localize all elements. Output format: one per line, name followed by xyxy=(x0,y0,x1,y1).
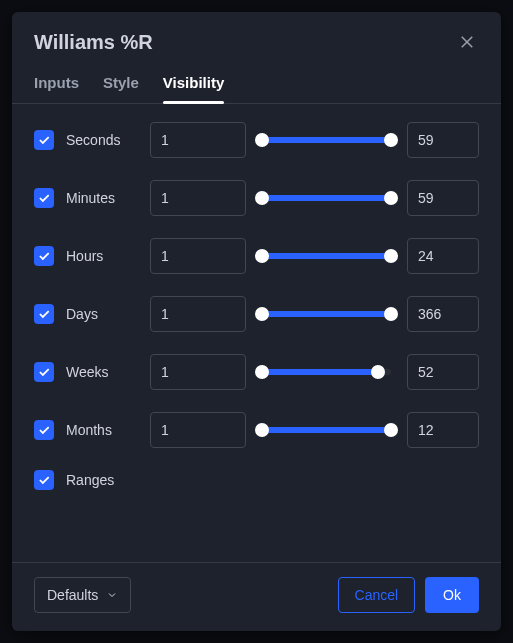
dialog-footer: Defaults Cancel Ok xyxy=(12,562,501,631)
defaults-label: Defaults xyxy=(47,587,98,603)
checkbox-days[interactable] xyxy=(34,304,54,324)
input-months-max[interactable] xyxy=(407,412,479,448)
input-minutes-max[interactable] xyxy=(407,180,479,216)
label-seconds: Seconds xyxy=(66,132,138,148)
input-hours-min[interactable] xyxy=(150,238,246,274)
input-seconds-max[interactable] xyxy=(407,122,479,158)
slider-handle-min[interactable] xyxy=(255,191,269,205)
slider-handle-max[interactable] xyxy=(384,191,398,205)
input-hours-max[interactable] xyxy=(407,238,479,274)
defaults-button[interactable]: Defaults xyxy=(34,577,131,613)
row-weeks: Weeks xyxy=(34,354,479,390)
slider-handle-min[interactable] xyxy=(255,307,269,321)
label-minutes: Minutes xyxy=(66,190,138,206)
row-seconds: Seconds xyxy=(34,122,479,158)
input-minutes-min[interactable] xyxy=(150,180,246,216)
check-icon xyxy=(37,365,51,379)
close-button[interactable] xyxy=(455,30,479,54)
chevron-down-icon xyxy=(106,589,118,601)
tab-visibility[interactable]: Visibility xyxy=(163,66,224,103)
slider-handle-min[interactable] xyxy=(255,365,269,379)
slider-handle-max[interactable] xyxy=(384,133,398,147)
cancel-button[interactable]: Cancel xyxy=(338,577,416,613)
row-hours: Hours xyxy=(34,238,479,274)
row-months: Months xyxy=(34,412,479,448)
dialog-title: Williams %R xyxy=(34,31,153,54)
indicator-settings-dialog: Williams %R Inputs Style Visibility Seco… xyxy=(12,12,501,631)
tab-inputs[interactable]: Inputs xyxy=(34,66,79,103)
close-icon xyxy=(458,33,476,51)
tabs: Inputs Style Visibility xyxy=(12,66,501,104)
slider-handle-min[interactable] xyxy=(255,133,269,147)
input-weeks-max[interactable] xyxy=(407,354,479,390)
label-weeks: Weeks xyxy=(66,364,138,380)
slider-seconds[interactable] xyxy=(258,122,395,158)
label-months: Months xyxy=(66,422,138,438)
slider-handle-max[interactable] xyxy=(371,365,385,379)
label-hours: Hours xyxy=(66,248,138,264)
slider-days[interactable] xyxy=(258,296,395,332)
checkbox-minutes[interactable] xyxy=(34,188,54,208)
check-icon xyxy=(37,307,51,321)
dialog-body: Seconds Minutes xyxy=(12,104,501,562)
check-icon xyxy=(37,249,51,263)
checkbox-months[interactable] xyxy=(34,420,54,440)
check-icon xyxy=(37,133,51,147)
checkbox-weeks[interactable] xyxy=(34,362,54,382)
slider-handle-min[interactable] xyxy=(255,249,269,263)
input-seconds-min[interactable] xyxy=(150,122,246,158)
slider-handle-min[interactable] xyxy=(255,423,269,437)
row-ranges: Ranges xyxy=(34,470,479,490)
input-days-min[interactable] xyxy=(150,296,246,332)
slider-hours[interactable] xyxy=(258,238,395,274)
check-icon xyxy=(37,191,51,205)
checkbox-seconds[interactable] xyxy=(34,130,54,150)
checkbox-hours[interactable] xyxy=(34,246,54,266)
slider-handle-max[interactable] xyxy=(384,423,398,437)
slider-weeks[interactable] xyxy=(258,354,395,390)
check-icon xyxy=(37,423,51,437)
input-months-min[interactable] xyxy=(150,412,246,448)
row-minutes: Minutes xyxy=(34,180,479,216)
slider-months[interactable] xyxy=(258,412,395,448)
check-icon xyxy=(37,473,51,487)
slider-minutes[interactable] xyxy=(258,180,395,216)
label-ranges: Ranges xyxy=(66,472,138,488)
input-weeks-min[interactable] xyxy=(150,354,246,390)
label-days: Days xyxy=(66,306,138,322)
checkbox-ranges[interactable] xyxy=(34,470,54,490)
slider-handle-max[interactable] xyxy=(384,249,398,263)
row-days: Days xyxy=(34,296,479,332)
slider-handle-max[interactable] xyxy=(384,307,398,321)
ok-button[interactable]: Ok xyxy=(425,577,479,613)
dialog-header: Williams %R xyxy=(12,12,501,66)
input-days-max[interactable] xyxy=(407,296,479,332)
tab-style[interactable]: Style xyxy=(103,66,139,103)
